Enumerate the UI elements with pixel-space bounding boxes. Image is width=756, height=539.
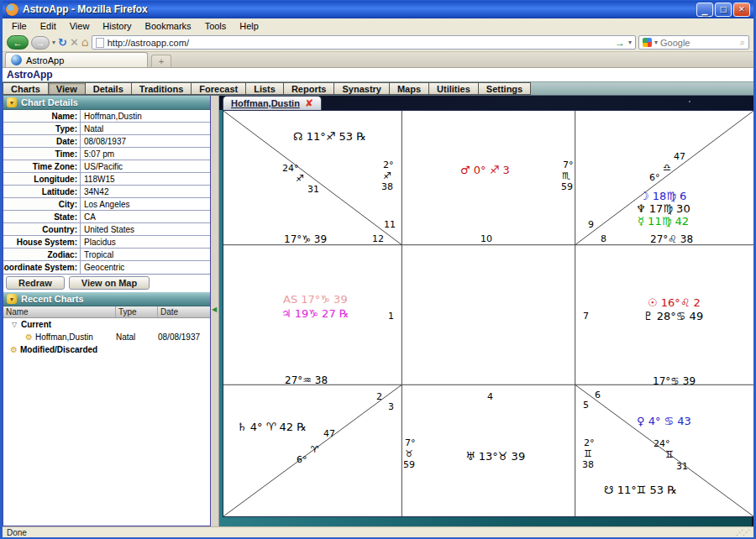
neptune-label: ♆ 17♍ 30 [636, 203, 690, 214]
app-tab-charts[interactable]: Charts [3, 82, 49, 95]
history-dropdown-icon[interactable]: ▾ [52, 39, 55, 46]
menu-edit[interactable]: Edit [34, 20, 63, 32]
redraw-button[interactable]: Redraw [6, 276, 65, 290]
detail-row: State:CA [3, 211, 210, 223]
app-tab-lists[interactable]: Lists [245, 82, 284, 95]
page-icon [96, 38, 104, 48]
detail-label: Date: [3, 135, 81, 147]
cusp-9-deg-label: 6° [649, 173, 660, 182]
cusp-10-min-label: 59 [561, 182, 573, 191]
browser-tab-title: AstroApp [26, 55, 64, 65]
recent-chart-row[interactable]: ⚙Hoffman,DustinNatal08/08/1937 [3, 331, 210, 343]
browser-tab-astroapp[interactable]: AstroApp [5, 52, 148, 67]
cusp-12-deg-label: 24° [282, 164, 299, 173]
app-tab-traditions[interactable]: Traditions [131, 82, 192, 95]
chart-document-tab[interactable]: Hoffman,Dustin ✘ [223, 96, 322, 110]
menu-help[interactable]: Help [233, 20, 265, 32]
ascendant-label: AS 17°♑ 39 [283, 294, 348, 305]
chart-details-table: Name:Hoffman,DustinType:NatalDate:08/08/… [3, 110, 210, 275]
browser-menubar: FileEditViewHistoryBookmarksToolsHelp [3, 18, 753, 34]
moon-label: ☽ 18♍ 6 [639, 191, 686, 201]
house-10-label: 10 [480, 234, 492, 243]
app-tab-view[interactable]: View [48, 82, 86, 95]
cusp-6-sign-label: ♊ [584, 449, 592, 458]
cusp-4-min-label: 59 [403, 460, 415, 469]
detail-label: Country: [3, 223, 81, 235]
title-bar[interactable]: AstroApp - Mozilla Firefox ▁ □ ✕ [3, 0, 753, 18]
menu-history[interactable]: History [96, 20, 138, 32]
detail-row: Name:Hoffman,Dustin [3, 110, 210, 123]
magnifier-icon[interactable]: ⌕ [740, 37, 745, 48]
firefox-icon [6, 3, 18, 16]
menu-bookmarks[interactable]: Bookmarks [139, 20, 198, 32]
maximize-button[interactable]: □ [715, 3, 732, 17]
sidebar-divider[interactable]: ◀ [211, 96, 219, 526]
forward-button[interactable]: → [31, 36, 50, 50]
address-bar[interactable]: → ▾ [92, 35, 636, 50]
view-on-map-button[interactable]: View on Map [69, 276, 150, 290]
detail-label: Coordinate System: [3, 261, 81, 274]
nav-toolbar: ← → ▾ ↻ ✕ ⌂ → ▾ ▾ ⌕ [3, 34, 753, 52]
menu-tools[interactable]: Tools [198, 20, 234, 32]
recent-charts-header[interactable]: ▼ Recent Charts [3, 292, 210, 306]
collapse-panel-icon[interactable]: ▼ [7, 294, 17, 304]
menu-file[interactable]: File [5, 20, 34, 32]
detail-value: Natal [81, 124, 103, 133]
collapse-panel-icon[interactable]: ▼ [7, 97, 17, 107]
group-row[interactable]: ▽Current [3, 318, 210, 331]
menu-view[interactable]: View [63, 20, 97, 32]
app-tab-utilities[interactable]: Utilities [428, 82, 479, 95]
jupiter-label: ♃ 19♑ 27 ℞ [281, 308, 349, 319]
reload-icon[interactable]: ↻ [58, 37, 67, 48]
search-input[interactable] [660, 38, 738, 48]
close-chart-icon[interactable]: ✘ [305, 97, 313, 109]
cusp-2-min-label: 47 [323, 429, 335, 438]
tree-expander-icon[interactable]: ▽ [10, 321, 18, 328]
detail-row: Country:United States [3, 223, 210, 236]
house-11-label: 11 [384, 220, 396, 229]
chart-details-header[interactable]: ▼ Chart Details [3, 96, 210, 110]
stop-icon[interactable]: ✕ [70, 37, 79, 48]
app-tab-settings[interactable]: Settings [478, 82, 531, 95]
close-button[interactable]: ✕ [733, 3, 750, 17]
home-icon[interactable]: ⌂ [81, 37, 89, 48]
column-name[interactable]: Name [3, 306, 116, 317]
url-input[interactable] [108, 38, 612, 48]
app-tab-maps[interactable]: Maps [389, 82, 429, 95]
detail-label: House System: [3, 236, 81, 248]
app-tab-details[interactable]: Details [85, 82, 132, 95]
natal-chart[interactable]: ☊ 11°♐ 53 ℞24°♐312°♐38111217°♑ 39♂ 0° ♐ … [223, 110, 753, 517]
collapse-sidebar-icon[interactable]: ◀ [212, 306, 217, 313]
new-tab-button[interactable]: + [151, 55, 171, 67]
detail-value: Placidus [81, 238, 116, 247]
detail-value: United States [81, 225, 134, 234]
google-icon [643, 38, 652, 47]
detail-row: Coordinate System:Geocentric [3, 261, 210, 274]
cusp-5-min-label: 31 [676, 462, 688, 471]
pluto-label: ♇ 28°♋ 49 [643, 311, 703, 322]
resize-grip[interactable]: ⋰⋰ [736, 528, 749, 536]
detail-label: Latitude: [3, 186, 81, 197]
search-engine-dropdown-icon[interactable]: ▾ [654, 39, 658, 46]
detail-label: Zodiac: [3, 249, 81, 260]
recent-charts-columns: NameTypeDate [3, 306, 210, 318]
cusp-5-deg-label: 24° [654, 439, 670, 448]
cusp-leo-label: 27°♌ 38 [650, 234, 693, 244]
app-tab-forecast[interactable]: Forecast [191, 82, 246, 95]
go-icon[interactable]: → [615, 37, 625, 49]
house-2-label: 2 [376, 392, 382, 401]
group-row[interactable]: ⚙Modified/Discarded [3, 343, 210, 356]
search-bar[interactable]: ▾ ⌕ [638, 35, 749, 50]
column-date[interactable]: Date [158, 306, 210, 317]
app-tab-synastry[interactable]: Synastry [333, 82, 389, 95]
back-button[interactable]: ← [7, 35, 29, 50]
cusp-capricorn-label: 17°♑ 39 [284, 234, 327, 244]
minimize-button[interactable]: ▁ [696, 3, 713, 17]
column-type[interactable]: Type [116, 306, 158, 317]
group-label: Current [21, 320, 51, 329]
status-bar: Done ⋰⋰ [3, 526, 753, 537]
app-tab-reports[interactable]: Reports [283, 82, 335, 95]
address-dropdown-icon[interactable]: ▾ [628, 39, 632, 46]
north-node-label: ☊ 11°♐ 53 ℞ [293, 131, 366, 142]
chart-panel: ☊ 11°♐ 53 ℞24°♐312°♐38111217°♑ 39♂ 0° ♐ … [219, 110, 752, 526]
